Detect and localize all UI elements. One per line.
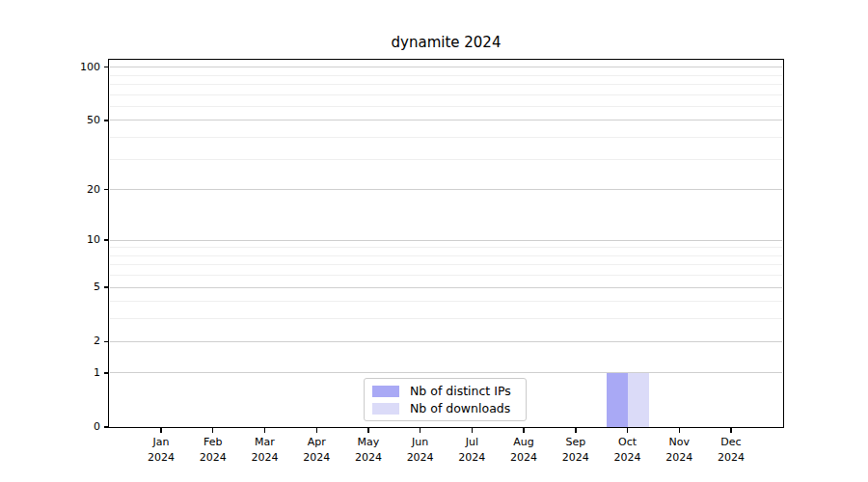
x-axis-tick [264,428,265,433]
y-axis-tick [104,341,109,342]
distinct-ips-swatch-icon [372,386,399,397]
chart-figure: dynamite 2024 0125102050100Jan2024Feb202… [0,0,868,482]
gridline-major [110,287,782,288]
y-axis-tick [104,286,109,287]
gridline-minor [110,137,782,138]
gridline-major [110,67,782,67]
chart-title: dynamite 2024 [109,34,783,51]
bar-nb-of-distinct-ips [607,373,628,427]
y-axis-tick-label: 20 [39,183,100,197]
x-axis-tick [316,428,317,433]
y-axis-tick [104,67,109,67]
y-axis-tick [104,120,109,120]
legend: Nb of distinct IPs Nb of downloads [364,378,527,421]
gridline-minor [110,84,782,85]
gridline-minor [110,264,782,265]
y-axis-tick-label: 5 [39,281,100,294]
gridline-minor [110,159,782,160]
y-axis-tick [104,372,109,373]
gridline-minor [110,75,782,76]
x-axis-tick [730,428,731,433]
legend-label-downloads: Nb of downloads [410,401,510,415]
x-axis-tick [160,428,161,433]
y-axis-tick-label: 2 [39,335,100,348]
gridline-minor [110,301,782,302]
y-axis-tick [104,239,109,240]
x-axis-tick [523,428,524,433]
x-axis-tick [679,428,680,433]
legend-item-downloads: Nb of downloads [372,401,518,415]
y-axis-tick [104,426,109,427]
y-axis-tick-label: 1 [39,366,100,380]
downloads-swatch-icon [372,403,399,415]
gridline-minor [110,318,782,319]
y-axis-tick-label: 0 [39,420,100,434]
x-axis-tick-label: Dec2024 [700,435,762,466]
y-axis-tick-label: 100 [39,61,100,74]
gridline-minor [110,94,782,95]
y-axis-tick-label: 10 [39,233,100,247]
gridline-minor [110,247,782,248]
y-axis-tick-label: 50 [39,114,100,127]
y-axis-tick [104,189,109,190]
gridline-minor [110,106,782,107]
gridline-major [110,120,782,120]
x-axis-tick [212,428,213,433]
x-axis-tick [472,428,473,433]
x-axis-tick [367,428,368,433]
legend-label-distinct-ips: Nb of distinct IPs [410,384,511,398]
gridline-minor [110,275,782,276]
gridline-major [110,240,782,241]
x-axis-tick [575,428,576,433]
x-axis-tick [627,428,628,433]
gridline-major [110,372,782,373]
gridline-major [110,341,782,342]
x-axis-tick [420,428,420,433]
bar-nb-of-downloads [628,373,649,427]
legend-item-distinct-ips: Nb of distinct IPs [372,384,518,398]
gridline-minor [110,255,782,256]
gridline-major [110,189,782,190]
